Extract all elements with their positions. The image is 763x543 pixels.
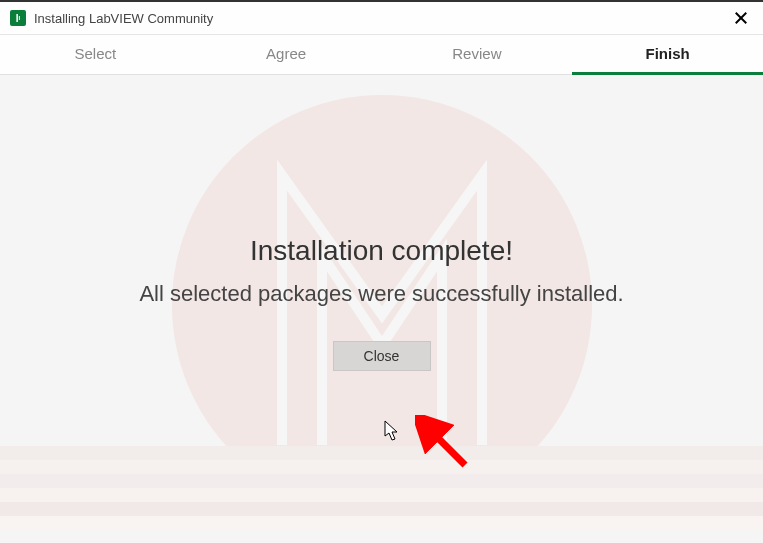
tab-agree[interactable]: Agree [191, 35, 382, 74]
app-icon: II [10, 10, 26, 26]
titlebar-left: II Installing LabVIEW Community [10, 10, 213, 26]
tab-finish[interactable]: Finish [572, 35, 763, 74]
cursor-icon [384, 420, 400, 442]
close-button[interactable]: Close [333, 341, 431, 371]
tabs: Select Agree Review Finish [0, 35, 763, 75]
tab-select[interactable]: Select [0, 35, 191, 74]
subline: All selected packages were successfully … [139, 281, 623, 307]
decorative-stripes [0, 446, 763, 536]
svg-line-3 [425, 425, 465, 465]
content-area: Installation complete! All selected pack… [0, 75, 763, 536]
tab-review[interactable]: Review [382, 35, 573, 74]
window-title: Installing LabVIEW Community [34, 11, 213, 26]
annotation-arrow-icon [415, 415, 475, 475]
close-icon[interactable] [731, 8, 751, 28]
headline: Installation complete! [250, 235, 513, 267]
titlebar: II Installing LabVIEW Community [0, 2, 763, 35]
